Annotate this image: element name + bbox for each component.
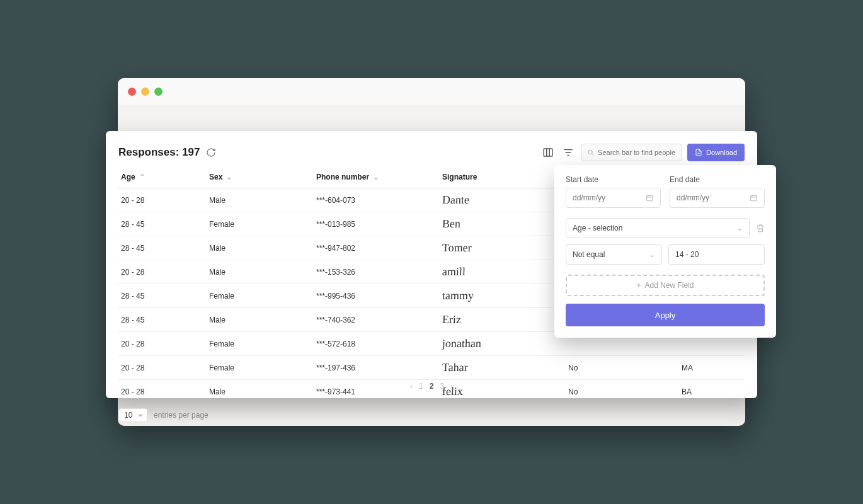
table-row[interactable]: 20 - 28Female***-197-436TaharNoMA [118, 356, 745, 380]
cell-phone: ***-013-985 [314, 212, 440, 236]
svg-rect-9 [647, 195, 653, 200]
cell-signature: tammy [440, 284, 566, 308]
start-date-field[interactable] [573, 193, 646, 202]
page-prev[interactable]: ‹ [410, 382, 413, 391]
cell-signature: Tahar [440, 356, 566, 380]
cell-phone: ***-947-802 [314, 236, 440, 260]
filter-field-value: Age - selection [573, 224, 622, 232]
cell-signature: felix [440, 380, 566, 404]
sort-icon: ⌄ [226, 173, 232, 181]
cell-age: 28 - 45 [118, 212, 207, 236]
col-signature-header[interactable]: Signature⌄ [440, 168, 566, 188]
entries-per-page-select[interactable]: 10 [118, 408, 147, 422]
cell-sex: Male [207, 380, 314, 404]
cell-signature: amill [440, 260, 566, 284]
page-3[interactable]: 3 [440, 382, 444, 391]
svg-line-7 [592, 154, 593, 155]
cell-sex: Male [207, 260, 314, 284]
cell-signature: Eriz [440, 308, 566, 332]
cell-sex: Female [207, 356, 314, 380]
cell-age: 28 - 45 [118, 236, 207, 260]
columns-button[interactable] [540, 144, 556, 161]
refresh-icon[interactable] [206, 147, 216, 158]
cell-age: 20 - 28 [118, 380, 207, 404]
cell-phone: ***-197-436 [314, 356, 440, 380]
cell-extra2: BA [679, 380, 745, 404]
cell-age: 28 - 45 [118, 284, 207, 308]
filter-field-select[interactable]: Age - selection ⌄ [566, 218, 750, 238]
cell-sex: Male [207, 188, 314, 212]
chevron-down-icon: ⌄ [649, 250, 655, 259]
minimize-window-icon[interactable] [141, 88, 149, 96]
col-age-header[interactable]: Age⌃ [118, 168, 207, 188]
search-icon [587, 149, 594, 156]
filter-value-input[interactable]: 14 - 20 [668, 244, 765, 265]
window-titlebar [118, 78, 745, 105]
end-date-field[interactable] [677, 193, 750, 202]
cell-phone: ***-995-436 [314, 284, 440, 308]
svg-rect-13 [751, 195, 757, 200]
filter-popover: Start date End date Age - selection ⌄ No… [554, 165, 776, 338]
traffic-lights [128, 88, 163, 96]
pagination: ‹ 1 2 3 › [410, 382, 453, 391]
page-2[interactable]: 2 [430, 382, 434, 391]
download-label: Download [706, 149, 737, 156]
end-date-label: End date [670, 175, 765, 184]
add-filter-field-button[interactable]: + Add New Field [566, 275, 765, 296]
per-page-label: entries per page [154, 411, 209, 420]
cell-phone: ***-604-073 [314, 188, 440, 212]
cell-sex: Male [207, 236, 314, 260]
calendar-icon [646, 193, 654, 202]
cell-signature: Ben [440, 212, 566, 236]
svg-point-6 [588, 150, 592, 154]
add-field-label: Add New Field [644, 281, 694, 290]
start-date-input[interactable] [566, 188, 661, 208]
download-button[interactable]: Download [687, 144, 745, 161]
search-input-wrap[interactable] [581, 144, 682, 161]
col-sex-header[interactable]: Sex⌄ [207, 168, 314, 188]
cell-extra1: No [566, 356, 679, 380]
table-footer: 10 entries per page [106, 403, 757, 422]
filter-button[interactable] [560, 144, 576, 161]
cell-sex: Female [207, 332, 314, 356]
download-icon [695, 149, 702, 156]
responses-label: Responses: [118, 146, 179, 158]
responses-title: Responses: 197 [118, 146, 200, 159]
cell-age: 20 - 28 [118, 356, 207, 380]
end-date-input[interactable] [670, 188, 765, 208]
maximize-window-icon[interactable] [154, 88, 163, 96]
filter-operator-select[interactable]: Not equal ⌄ [566, 244, 662, 265]
cell-sex: Female [207, 284, 314, 308]
close-window-icon[interactable] [128, 88, 136, 96]
panel-header: Responses: 197 Download [106, 144, 757, 168]
cell-extra1: No [566, 380, 679, 404]
cell-sex: Female [207, 212, 314, 236]
sort-asc-icon: ⌃ [139, 173, 146, 181]
cell-age: 20 - 28 [118, 260, 207, 284]
plus-icon: + [636, 281, 641, 290]
cell-age: 28 - 45 [118, 308, 207, 332]
cell-age: 20 - 28 [118, 332, 207, 356]
start-date-label: Start date [566, 175, 661, 184]
perpage-select[interactable]: 10 [118, 408, 147, 422]
chevron-down-icon: ⌄ [736, 224, 743, 232]
filter-value: 14 - 20 [675, 250, 699, 259]
apply-filter-button[interactable]: Apply [566, 304, 765, 326]
search-input[interactable] [594, 149, 677, 156]
cell-signature: Tomer [440, 236, 566, 260]
cell-extra2: MA [679, 356, 745, 380]
cell-signature: jonathan [440, 332, 566, 356]
cell-sex: Male [207, 308, 314, 332]
col-phone-header[interactable]: Phone number⌄ [314, 168, 440, 188]
calendar-icon [750, 193, 758, 202]
page-next[interactable]: › [450, 382, 453, 391]
cell-phone: ***-153-326 [314, 260, 440, 284]
page-1[interactable]: 1 [419, 382, 423, 391]
responses-count: 197 [182, 146, 200, 158]
svg-rect-0 [544, 149, 552, 156]
cell-phone: ***-572-618 [314, 332, 440, 356]
cell-phone: ***-740-362 [314, 308, 440, 332]
delete-filter-button[interactable] [756, 224, 765, 232]
cell-age: 20 - 28 [118, 188, 207, 212]
filter-operator-value: Not equal [573, 250, 605, 259]
